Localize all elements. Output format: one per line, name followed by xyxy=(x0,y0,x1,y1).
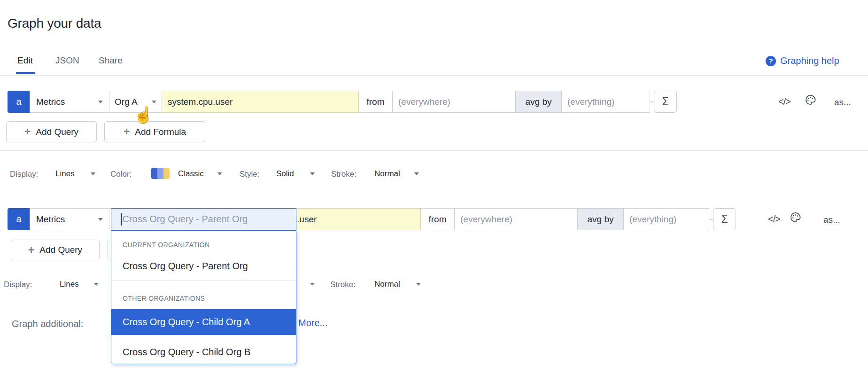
stroke-label: Stroke: xyxy=(330,280,356,289)
tab-edit[interactable]: Edit xyxy=(17,55,33,66)
source-select[interactable]: Metrics xyxy=(30,91,109,113)
chevron-down-icon[interactable] xyxy=(217,172,222,175)
tab-share[interactable]: Share xyxy=(99,55,123,66)
dropdown-section-header: OTHER ORGANIZATIONS xyxy=(123,295,205,302)
add-query-label: Add Query xyxy=(39,245,82,255)
groupby-input[interactable]: (everything) xyxy=(561,91,650,113)
active-tab-underline xyxy=(16,72,35,74)
style-label: Style: xyxy=(240,170,260,179)
chevron-down-icon[interactable] xyxy=(310,172,315,175)
add-formula-button[interactable]: + Add Formula xyxy=(104,121,205,142)
graph-additional-label: Graph additional: xyxy=(12,319,83,329)
chevron-down-icon[interactable] xyxy=(94,283,99,286)
source-select-value: Metrics xyxy=(36,97,65,107)
chevron-down-icon xyxy=(98,218,103,221)
graph-editor: Graph your data Edit JSON Share ? Graphi… xyxy=(0,0,868,390)
palette-icon[interactable] xyxy=(789,211,802,226)
alias-as-button[interactable]: as... xyxy=(823,215,840,225)
display-label: Display: xyxy=(4,280,32,289)
scope-input[interactable]: (everywhere) xyxy=(454,208,578,230)
metric-query-input[interactable]: system.cpu.user xyxy=(162,91,359,113)
connector-line xyxy=(709,219,713,220)
display-type-select[interactable]: Lines xyxy=(60,280,79,289)
palette-icon[interactable] xyxy=(804,94,817,108)
groupby-input[interactable]: (everything) xyxy=(623,208,709,230)
color-swatch[interactable] xyxy=(151,168,170,179)
from-label: from xyxy=(358,91,393,113)
chevron-down-icon[interactable] xyxy=(310,283,315,286)
chevron-down-icon[interactable] xyxy=(91,172,95,175)
add-query-button[interactable]: + Add Query xyxy=(11,240,100,260)
aggregator-select[interactable]: avg by xyxy=(515,91,562,113)
dropdown-item-child-org-a[interactable]: Cross Org Query - Child Org A xyxy=(111,309,296,335)
query-row-1: a Metrics Org A system.cpu.user from (ev… xyxy=(8,91,677,113)
stroke-select[interactable]: Normal xyxy=(374,280,400,289)
connector-line xyxy=(650,101,654,102)
display-type-select[interactable]: Lines xyxy=(55,169,75,179)
sigma-function-button[interactable]: Σ xyxy=(713,208,736,230)
org-dropdown-panel: CURRENT ORGANIZATION Cross Org Query - P… xyxy=(111,230,296,364)
tab-json[interactable]: JSON xyxy=(55,55,79,66)
chevron-down-icon xyxy=(152,101,156,103)
add-formula-label: Add Formula xyxy=(135,127,186,137)
mouse-cursor-hand-icon: ☝ xyxy=(133,105,153,124)
swatch-yellow xyxy=(163,168,170,179)
code-icon[interactable]: </> xyxy=(768,214,780,225)
chevron-down-icon[interactable] xyxy=(414,172,419,175)
from-label: from xyxy=(420,208,455,230)
dropdown-item-parent-org[interactable]: Cross Org Query - Parent Org xyxy=(111,257,296,275)
display-label: Display: xyxy=(10,170,38,179)
graphing-help-label: Graphing help xyxy=(780,55,839,66)
plus-icon: + xyxy=(24,126,31,137)
code-icon[interactable]: </> xyxy=(778,96,790,107)
aggregator-select[interactable]: avg by xyxy=(577,208,624,230)
chevron-down-icon[interactable] xyxy=(416,283,421,286)
stroke-select[interactable]: Normal xyxy=(374,169,400,179)
more-link[interactable]: More... xyxy=(298,318,327,328)
section-divider xyxy=(0,150,868,151)
source-select[interactable]: Metrics xyxy=(30,208,109,230)
plus-icon: + xyxy=(124,126,130,137)
scope-input[interactable]: (everywhere) xyxy=(392,91,516,113)
stroke-label: Stroke: xyxy=(331,170,356,179)
org-search-input[interactable]: Cross Org Query - Parent Org xyxy=(111,208,296,230)
dropdown-item-child-org-b[interactable]: Cross Org Query - Child Org B xyxy=(111,343,296,361)
color-label: Color: xyxy=(110,170,132,179)
query-letter-badge[interactable]: a xyxy=(8,91,30,113)
text-cursor xyxy=(121,213,122,226)
swatch-blue xyxy=(151,168,157,179)
help-question-icon: ? xyxy=(766,56,776,66)
page-title: Graph your data xyxy=(8,16,101,31)
sigma-function-button[interactable]: Σ xyxy=(654,91,677,113)
chevron-down-icon xyxy=(98,101,103,103)
style-select[interactable]: Solid xyxy=(276,169,294,179)
add-query-label: Add Query xyxy=(36,127,78,137)
dropdown-section-header: CURRENT ORGANIZATION xyxy=(123,241,210,249)
source-select-value: Metrics xyxy=(36,214,65,225)
tabs-divider xyxy=(0,75,868,76)
org-search-placeholder: Cross Org Query - Parent Org xyxy=(123,214,248,225)
dropdown-separator xyxy=(111,281,296,281)
swatch-lightblue xyxy=(157,168,163,179)
query-letter-badge[interactable]: a xyxy=(8,208,30,230)
alias-as-button[interactable]: as... xyxy=(834,97,851,108)
plus-icon: + xyxy=(28,245,34,256)
color-scheme-select[interactable]: Classic xyxy=(178,169,204,179)
add-query-button[interactable]: + Add Query xyxy=(6,121,97,142)
graphing-help-link[interactable]: ? Graphing help xyxy=(766,55,839,66)
